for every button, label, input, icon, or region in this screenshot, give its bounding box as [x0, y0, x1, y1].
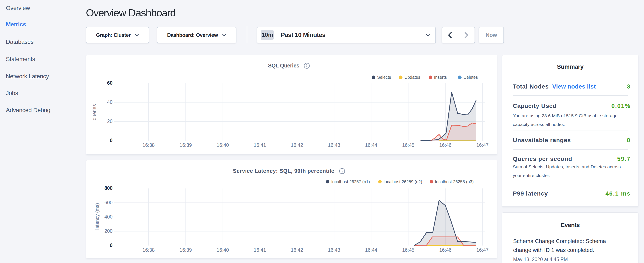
svg-text:16:46: 16:46: [439, 142, 452, 148]
svg-text:40: 40: [107, 99, 112, 105]
svg-text:16:40: 16:40: [217, 142, 229, 148]
svg-text:800: 800: [104, 185, 112, 191]
svg-text:16:40: 16:40: [217, 247, 229, 253]
svg-text:queries: queries: [92, 104, 97, 120]
svg-text:16:44: 16:44: [365, 142, 378, 148]
svg-text:16:44: 16:44: [365, 247, 378, 253]
svg-text:60: 60: [107, 80, 112, 86]
svg-text:400: 400: [104, 214, 112, 220]
svg-text:0: 0: [110, 138, 112, 143]
svg-text:20: 20: [107, 119, 112, 124]
svg-text:16:45: 16:45: [402, 142, 414, 148]
svg-text:16:47: 16:47: [476, 247, 488, 253]
svg-text:16:39: 16:39: [180, 142, 192, 148]
svg-text:16:38: 16:38: [142, 247, 155, 253]
svg-text:16:42: 16:42: [291, 247, 303, 253]
svg-text:16:41: 16:41: [254, 247, 266, 253]
svg-text:600: 600: [104, 200, 112, 205]
svg-text:16:46: 16:46: [439, 247, 452, 253]
svg-text:16:39: 16:39: [180, 247, 192, 253]
svg-text:16:43: 16:43: [328, 142, 340, 148]
svg-text:16:41: 16:41: [254, 142, 266, 148]
svg-text:16:45: 16:45: [402, 247, 414, 253]
svg-text:16:38: 16:38: [142, 142, 155, 148]
svg-text:latency (ms): latency (ms): [94, 203, 100, 229]
svg-text:200: 200: [104, 228, 112, 234]
svg-text:16:43: 16:43: [328, 247, 340, 253]
svg-text:16:47: 16:47: [476, 142, 488, 148]
svg-text:0: 0: [110, 242, 112, 248]
svg-text:16:42: 16:42: [291, 142, 303, 148]
